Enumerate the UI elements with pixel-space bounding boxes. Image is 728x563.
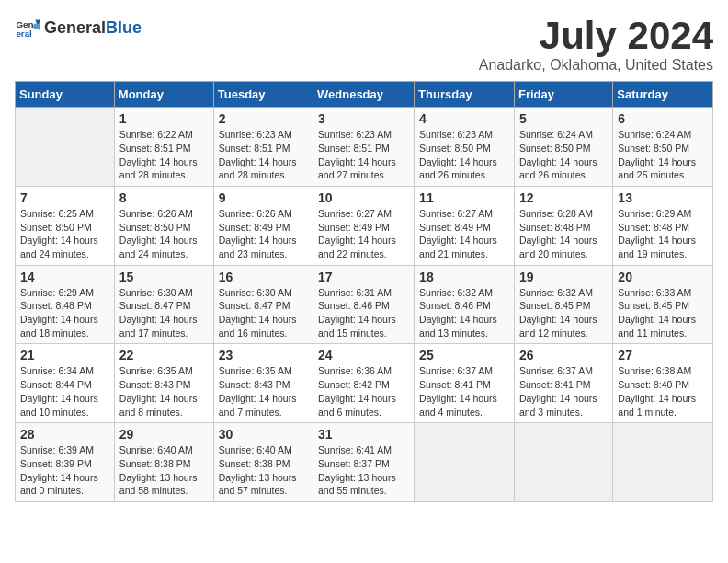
day-number: 9 xyxy=(219,190,308,205)
day-detail: Sunrise: 6:29 AM Sunset: 8:48 PM Dayligh… xyxy=(618,207,708,261)
calendar-cell: 11Sunrise: 6:27 AM Sunset: 8:49 PM Dayli… xyxy=(415,186,515,265)
day-detail: Sunrise: 6:38 AM Sunset: 8:40 PM Dayligh… xyxy=(618,364,708,419)
calendar-cell: 12Sunrise: 6:28 AM Sunset: 8:48 PM Dayli… xyxy=(514,186,612,265)
day-number: 23 xyxy=(219,348,308,362)
day-detail: Sunrise: 6:23 AM Sunset: 8:51 PM Dayligh… xyxy=(318,128,409,182)
calendar-cell: 1Sunrise: 6:22 AM Sunset: 8:51 PM Daylig… xyxy=(114,108,213,187)
calendar-cell: 26Sunrise: 6:37 AM Sunset: 8:41 PM Dayli… xyxy=(514,344,612,423)
day-detail: Sunrise: 6:32 AM Sunset: 8:46 PM Dayligh… xyxy=(419,286,509,340)
calendar-title: July 2024 xyxy=(479,15,713,57)
day-detail: Sunrise: 6:30 AM Sunset: 8:47 PM Dayligh… xyxy=(219,286,308,340)
svg-text:eral: eral xyxy=(16,29,32,39)
day-number: 13 xyxy=(618,190,708,205)
calendar-cell xyxy=(514,423,612,502)
logo-icon: Gen eral xyxy=(15,15,40,40)
day-header-thursday: Thursday xyxy=(415,82,515,108)
day-number: 25 xyxy=(419,348,509,362)
day-detail: Sunrise: 6:24 AM Sunset: 8:50 PM Dayligh… xyxy=(618,128,708,182)
day-header-friday: Friday xyxy=(514,82,612,108)
header-row: SundayMondayTuesdayWednesdayThursdayFrid… xyxy=(16,82,713,108)
day-number: 22 xyxy=(119,348,209,362)
day-number: 19 xyxy=(519,270,608,284)
day-number: 10 xyxy=(318,190,409,205)
calendar-cell: 24Sunrise: 6:36 AM Sunset: 8:42 PM Dayli… xyxy=(313,344,415,423)
day-number: 20 xyxy=(618,270,708,284)
day-detail: Sunrise: 6:35 AM Sunset: 8:43 PM Dayligh… xyxy=(219,364,308,419)
calendar-cell: 21Sunrise: 6:34 AM Sunset: 8:44 PM Dayli… xyxy=(16,344,115,423)
day-number: 6 xyxy=(618,111,708,126)
day-number: 11 xyxy=(419,190,509,205)
calendar-cell: 19Sunrise: 6:32 AM Sunset: 8:45 PM Dayli… xyxy=(514,265,612,344)
calendar-cell xyxy=(613,423,713,502)
calendar-cell: 6Sunrise: 6:24 AM Sunset: 8:50 PM Daylig… xyxy=(613,108,713,187)
calendar-cell: 2Sunrise: 6:23 AM Sunset: 8:51 PM Daylig… xyxy=(213,108,313,187)
calendar-cell: 3Sunrise: 6:23 AM Sunset: 8:51 PM Daylig… xyxy=(313,108,415,187)
day-header-wednesday: Wednesday xyxy=(313,82,415,108)
day-detail: Sunrise: 6:27 AM Sunset: 8:49 PM Dayligh… xyxy=(318,207,409,261)
calendar-table: SundayMondayTuesdayWednesdayThursdayFrid… xyxy=(15,81,713,502)
week-row-1: 1Sunrise: 6:22 AM Sunset: 8:51 PM Daylig… xyxy=(16,108,713,187)
title-area: July 2024 Anadarko, Oklahoma, United Sta… xyxy=(479,15,713,74)
day-detail: Sunrise: 6:33 AM Sunset: 8:45 PM Dayligh… xyxy=(618,286,708,340)
day-number: 26 xyxy=(519,348,608,362)
calendar-cell: 18Sunrise: 6:32 AM Sunset: 8:46 PM Dayli… xyxy=(415,265,515,344)
day-number: 3 xyxy=(318,111,409,126)
calendar-cell: 16Sunrise: 6:30 AM Sunset: 8:47 PM Dayli… xyxy=(213,265,313,344)
calendar-cell: 13Sunrise: 6:29 AM Sunset: 8:48 PM Dayli… xyxy=(613,186,713,265)
logo-general: GeneralBlue xyxy=(44,18,142,38)
day-detail: Sunrise: 6:40 AM Sunset: 8:38 PM Dayligh… xyxy=(119,443,209,498)
day-number: 4 xyxy=(419,111,509,126)
week-row-3: 14Sunrise: 6:29 AM Sunset: 8:48 PM Dayli… xyxy=(16,265,713,344)
day-number: 7 xyxy=(20,190,109,205)
day-number: 31 xyxy=(318,427,409,442)
day-number: 15 xyxy=(119,270,209,284)
calendar-cell: 28Sunrise: 6:39 AM Sunset: 8:39 PM Dayli… xyxy=(16,423,115,502)
day-detail: Sunrise: 6:23 AM Sunset: 8:51 PM Dayligh… xyxy=(219,128,308,182)
logo: Gen eral GeneralBlue xyxy=(15,15,142,40)
calendar-cell: 27Sunrise: 6:38 AM Sunset: 8:40 PM Dayli… xyxy=(613,344,713,423)
calendar-cell: 4Sunrise: 6:23 AM Sunset: 8:50 PM Daylig… xyxy=(415,108,515,187)
day-number: 8 xyxy=(119,190,209,205)
calendar-cell: 17Sunrise: 6:31 AM Sunset: 8:46 PM Dayli… xyxy=(313,265,415,344)
svg-marker-3 xyxy=(33,24,40,30)
day-number: 1 xyxy=(119,111,209,126)
day-detail: Sunrise: 6:37 AM Sunset: 8:41 PM Dayligh… xyxy=(519,364,608,419)
calendar-cell: 25Sunrise: 6:37 AM Sunset: 8:41 PM Dayli… xyxy=(415,344,515,423)
day-detail: Sunrise: 6:41 AM Sunset: 8:37 PM Dayligh… xyxy=(318,443,409,498)
day-number: 29 xyxy=(119,427,209,442)
calendar-cell xyxy=(16,108,115,187)
day-header-tuesday: Tuesday xyxy=(213,82,313,108)
calendar-cell: 7Sunrise: 6:25 AM Sunset: 8:50 PM Daylig… xyxy=(16,186,115,265)
calendar-cell: 15Sunrise: 6:30 AM Sunset: 8:47 PM Dayli… xyxy=(114,265,213,344)
day-detail: Sunrise: 6:34 AM Sunset: 8:44 PM Dayligh… xyxy=(20,364,109,419)
week-row-2: 7Sunrise: 6:25 AM Sunset: 8:50 PM Daylig… xyxy=(16,186,713,265)
day-number: 2 xyxy=(219,111,308,126)
day-detail: Sunrise: 6:26 AM Sunset: 8:50 PM Dayligh… xyxy=(119,207,209,261)
day-number: 16 xyxy=(219,270,308,284)
day-number: 21 xyxy=(20,348,109,362)
day-number: 24 xyxy=(318,348,409,362)
day-detail: Sunrise: 6:29 AM Sunset: 8:48 PM Dayligh… xyxy=(20,286,109,340)
day-detail: Sunrise: 6:26 AM Sunset: 8:49 PM Dayligh… xyxy=(219,207,308,261)
calendar-cell: 23Sunrise: 6:35 AM Sunset: 8:43 PM Dayli… xyxy=(213,344,313,423)
day-detail: Sunrise: 6:40 AM Sunset: 8:38 PM Dayligh… xyxy=(219,443,308,498)
day-detail: Sunrise: 6:39 AM Sunset: 8:39 PM Dayligh… xyxy=(20,443,109,498)
calendar-cell xyxy=(415,423,515,502)
day-number: 28 xyxy=(20,427,109,442)
calendar-cell: 5Sunrise: 6:24 AM Sunset: 8:50 PM Daylig… xyxy=(514,108,612,187)
day-detail: Sunrise: 6:32 AM Sunset: 8:45 PM Dayligh… xyxy=(519,286,608,340)
week-row-4: 21Sunrise: 6:34 AM Sunset: 8:44 PM Dayli… xyxy=(16,344,713,423)
week-row-5: 28Sunrise: 6:39 AM Sunset: 8:39 PM Dayli… xyxy=(16,423,713,502)
day-detail: Sunrise: 6:28 AM Sunset: 8:48 PM Dayligh… xyxy=(519,207,608,261)
calendar-cell: 20Sunrise: 6:33 AM Sunset: 8:45 PM Dayli… xyxy=(613,265,713,344)
day-detail: Sunrise: 6:24 AM Sunset: 8:50 PM Dayligh… xyxy=(519,128,608,182)
day-header-monday: Monday xyxy=(114,82,213,108)
calendar-cell: 31Sunrise: 6:41 AM Sunset: 8:37 PM Dayli… xyxy=(313,423,415,502)
page-header: Gen eral GeneralBlue July 2024 Anadarko,… xyxy=(15,15,713,74)
calendar-cell: 22Sunrise: 6:35 AM Sunset: 8:43 PM Dayli… xyxy=(114,344,213,423)
day-number: 30 xyxy=(219,427,308,442)
calendar-subtitle: Anadarko, Oklahoma, United States xyxy=(479,57,713,74)
calendar-cell: 14Sunrise: 6:29 AM Sunset: 8:48 PM Dayli… xyxy=(16,265,115,344)
day-detail: Sunrise: 6:37 AM Sunset: 8:41 PM Dayligh… xyxy=(419,364,509,419)
day-detail: Sunrise: 6:25 AM Sunset: 8:50 PM Dayligh… xyxy=(20,207,109,261)
